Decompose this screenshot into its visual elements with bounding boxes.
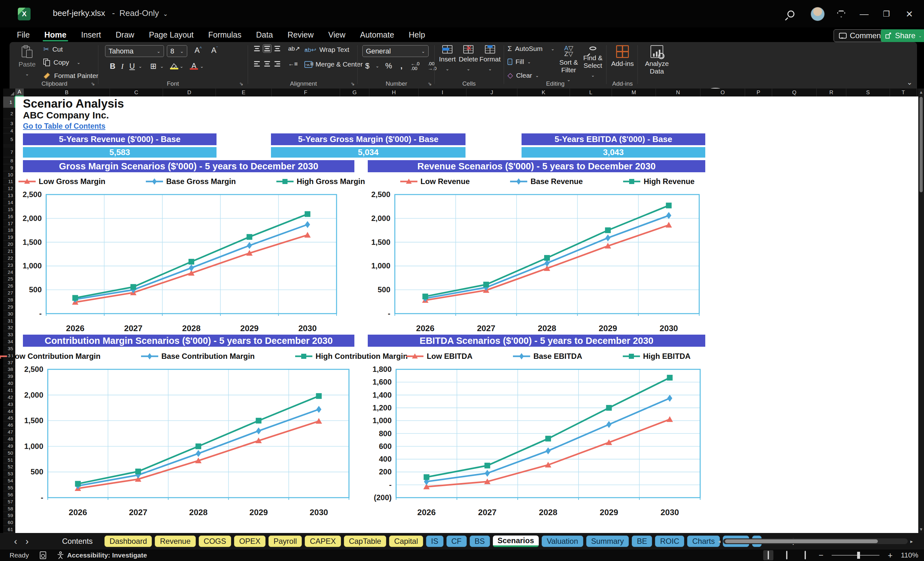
- vertical-scrollbar[interactable]: ▲ ▼: [918, 88, 924, 533]
- font-color-chevron[interactable]: ⌄: [200, 64, 204, 69]
- row-header-52[interactable]: 52: [3, 463, 15, 470]
- gem-icon[interactable]: [834, 7, 848, 21]
- row-header-47[interactable]: 47: [3, 429, 15, 435]
- column-header-L[interactable]: L: [570, 88, 612, 96]
- fill-button[interactable]: ↓ Fill⌄: [507, 58, 531, 66]
- analyze-data-button[interactable]: Analyze Data: [639, 42, 674, 79]
- share-button[interactable]: Share⌄: [881, 29, 924, 42]
- copy-button[interactable]: Copy⌄: [43, 58, 81, 66]
- column-header-J[interactable]: J: [466, 88, 518, 96]
- sheet-tab-captable[interactable]: CapTable: [344, 536, 386, 547]
- sheet-tab-dashboard[interactable]: Dashboard: [104, 536, 152, 547]
- row-header-10[interactable]: 10: [3, 171, 15, 178]
- row-header-46[interactable]: 46: [3, 422, 15, 429]
- ribbon-tab-home[interactable]: Home: [37, 27, 74, 42]
- ribbon-tab-automate[interactable]: Automate: [353, 27, 402, 42]
- increase-decimal-icon[interactable]: ←.0.00: [408, 61, 422, 70]
- minimize-icon[interactable]: —: [857, 7, 871, 21]
- align-left-icon[interactable]: [253, 60, 261, 68]
- row-header-39[interactable]: 39: [3, 373, 15, 380]
- row-header-41[interactable]: 41: [3, 387, 15, 394]
- zoom-in-icon[interactable]: +: [888, 550, 892, 560]
- sheet-tab-cogs[interactable]: COGS: [199, 536, 231, 547]
- row-header-56[interactable]: 56: [3, 491, 15, 498]
- column-header-B[interactable]: B: [24, 88, 110, 96]
- currency-format-icon[interactable]: $: [363, 62, 372, 70]
- row-header-3[interactable]: 3: [3, 119, 15, 128]
- close-icon[interactable]: ✕: [902, 7, 916, 21]
- hscroll-left-icon[interactable]: ◂: [718, 538, 720, 544]
- column-header-P[interactable]: P: [745, 88, 772, 96]
- align-right-icon[interactable]: [273, 60, 282, 68]
- insert-cells-button[interactable]: Insert⌄: [437, 42, 458, 79]
- delete-cells-button[interactable]: Delete⌄: [458, 42, 479, 79]
- row-header-61[interactable]: 61: [3, 526, 15, 533]
- comma-format-icon[interactable]: ,: [398, 62, 405, 70]
- zoom-out-icon[interactable]: −: [819, 550, 824, 560]
- row-header-4[interactable]: 4: [3, 128, 15, 134]
- sheet-tab-cf[interactable]: CF: [446, 536, 467, 547]
- number-dialog-launcher[interactable]: ⇘: [428, 81, 432, 87]
- row-header-50[interactable]: 50: [3, 450, 15, 457]
- align-top-icon[interactable]: [253, 45, 261, 52]
- row-header-8[interactable]: 8: [3, 157, 15, 164]
- row-header-58[interactable]: 58: [3, 505, 15, 512]
- column-header-A[interactable]: A: [15, 88, 24, 96]
- column-header-E[interactable]: E: [216, 88, 272, 96]
- font-name-select[interactable]: Tahoma⌄: [105, 45, 164, 57]
- font-size-select[interactable]: 8⌄: [167, 45, 187, 57]
- column-header-H[interactable]: H: [369, 88, 419, 96]
- clear-button[interactable]: ◇ Clear⌄: [507, 71, 539, 80]
- restore-icon[interactable]: ❐: [879, 7, 893, 21]
- zoom-slider[interactable]: [832, 555, 879, 556]
- row-header-45[interactable]: 45: [3, 415, 15, 422]
- ribbon-tab-help[interactable]: Help: [402, 27, 432, 42]
- column-header-D[interactable]: D: [163, 88, 216, 96]
- accessibility-status[interactable]: Accessibility: Investigate: [57, 552, 147, 559]
- row-header-57[interactable]: 57: [3, 498, 15, 505]
- shrink-font-button[interactable]: Aˇ: [209, 46, 220, 55]
- column-header-M[interactable]: M: [612, 88, 656, 96]
- page-layout-view-button[interactable]: [782, 550, 792, 560]
- fill-color-button[interactable]: [170, 63, 178, 69]
- column-header-N[interactable]: N: [656, 88, 700, 96]
- ribbon-tab-file[interactable]: File: [9, 27, 37, 42]
- ribbon-tab-view[interactable]: View: [321, 27, 353, 42]
- row-header-43[interactable]: 43: [3, 401, 15, 408]
- sheet-tab-valuation[interactable]: Valuation: [542, 536, 583, 547]
- sheet-tab-revenue[interactable]: Revenue: [155, 536, 195, 547]
- row-header-7[interactable]: 7: [3, 147, 15, 157]
- underline-menu-chevron[interactable]: ⌄: [138, 64, 142, 69]
- sheet-tab-scenarios[interactable]: Scenarios: [493, 536, 539, 547]
- row-header-9[interactable]: 9: [3, 164, 15, 171]
- row-header-2[interactable]: 2: [3, 108, 15, 119]
- vertical-scroll-thumb[interactable]: [920, 97, 923, 192]
- scroll-down-icon[interactable]: ▼: [918, 527, 924, 532]
- sheet-tab-is[interactable]: IS: [426, 536, 444, 547]
- row-header-44[interactable]: 44: [3, 408, 15, 415]
- horizontal-scroll-thumb[interactable]: [725, 539, 878, 543]
- scroll-up-icon[interactable]: ▲: [918, 90, 924, 94]
- find-select-button[interactable]: Find & Select⌄: [581, 42, 605, 79]
- autosum-button[interactable]: Σ AutoSum⌄: [507, 45, 555, 53]
- orientation-icon[interactable]: ab↗: [286, 45, 302, 52]
- prev-sheet-icon[interactable]: ‹: [14, 536, 17, 547]
- sheet-tab-bs[interactable]: BS: [470, 536, 490, 547]
- align-middle-icon[interactable]: [263, 45, 271, 52]
- row-header-40[interactable]: 40: [3, 380, 15, 387]
- avatar[interactable]: [811, 7, 825, 21]
- sheet-tab-opex[interactable]: OPEX: [234, 536, 266, 547]
- column-header-F[interactable]: F: [272, 88, 340, 96]
- normal-view-button[interactable]: [763, 550, 773, 560]
- row-header-42[interactable]: 42: [3, 394, 15, 401]
- sheet-tab-capex[interactable]: CAPEX: [305, 536, 341, 547]
- font-dialog-launcher[interactable]: ⇘: [239, 81, 243, 87]
- column-header-S[interactable]: S: [846, 88, 890, 96]
- row-header-1[interactable]: 1: [3, 96, 15, 108]
- ribbon-tab-draw[interactable]: Draw: [108, 27, 141, 42]
- sheet-tab-be[interactable]: BE: [632, 536, 652, 547]
- row-header-48[interactable]: 48: [3, 435, 15, 442]
- sheet-tab-payroll[interactable]: Payroll: [268, 536, 302, 547]
- row-header-51[interactable]: 51: [3, 457, 15, 464]
- alignment-dialog-launcher[interactable]: ⇘: [351, 81, 355, 87]
